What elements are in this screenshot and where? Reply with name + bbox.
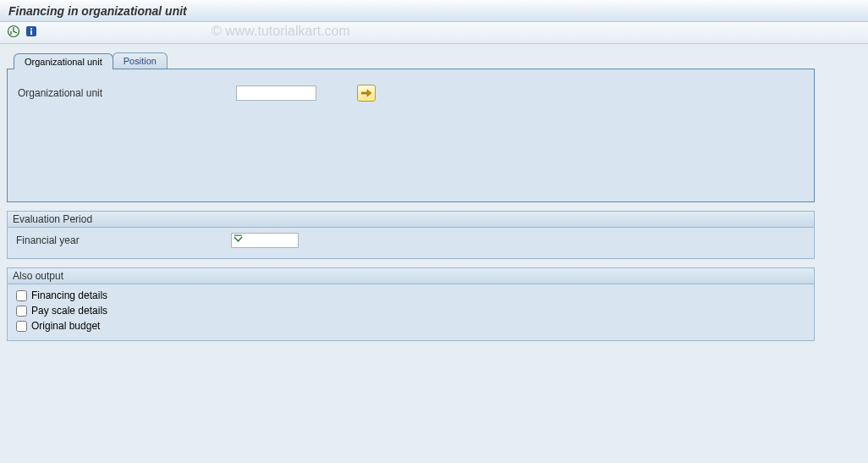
toolbar: [0, 22, 868, 44]
svg-rect-2: [30, 28, 32, 30]
orgunit-row: Organizational unit: [18, 85, 804, 102]
pay-scale-details-row: Pay scale details: [16, 305, 805, 317]
info-icon[interactable]: [25, 25, 37, 40]
also-output-group: Also output Financing details Pay scale …: [7, 267, 815, 341]
original-budget-checkbox[interactable]: [16, 321, 27, 332]
tab-label: Position: [124, 56, 157, 66]
tab-row: Organizational unit Position: [14, 52, 861, 69]
svg-rect-4: [234, 235, 242, 236]
financing-details-label: Financing details: [31, 289, 107, 301]
financing-details-checkbox[interactable]: [16, 290, 27, 301]
svg-rect-3: [30, 30, 32, 35]
financing-details-row: Financing details: [16, 289, 805, 301]
input-help-icon[interactable]: [233, 234, 243, 246]
also-output-header: Also output: [8, 268, 814, 284]
tab-organizational-unit[interactable]: Organizational unit: [14, 53, 113, 69]
multiple-selection-button[interactable]: [357, 85, 376, 102]
evaluation-period-group: Evaluation Period Financial year: [7, 211, 815, 259]
title-bar: Financing in organizational unit: [0, 0, 868, 22]
content-area: Organizational unit Position Organizatio…: [0, 44, 868, 463]
page-title: Financing in organizational unit: [8, 4, 187, 18]
arrow-right-icon: [361, 89, 371, 97]
tab-position[interactable]: Position: [113, 52, 168, 69]
orgunit-label: Organizational unit: [18, 87, 229, 99]
financial-year-label: Financial year: [16, 234, 224, 246]
pay-scale-details-label: Pay scale details: [31, 305, 107, 317]
tab-panel-orgunit: Organizational unit: [7, 69, 815, 202]
evaluation-period-header: Evaluation Period: [8, 212, 814, 228]
tab-label: Organizational unit: [25, 57, 102, 67]
execute-icon[interactable]: [7, 25, 20, 41]
pay-scale-details-checkbox[interactable]: [16, 306, 27, 317]
original-budget-label: Original budget: [31, 320, 100, 332]
financial-year-row: Financial year: [16, 233, 805, 248]
orgunit-input[interactable]: [236, 85, 316, 101]
original-budget-row: Original budget: [16, 320, 805, 332]
